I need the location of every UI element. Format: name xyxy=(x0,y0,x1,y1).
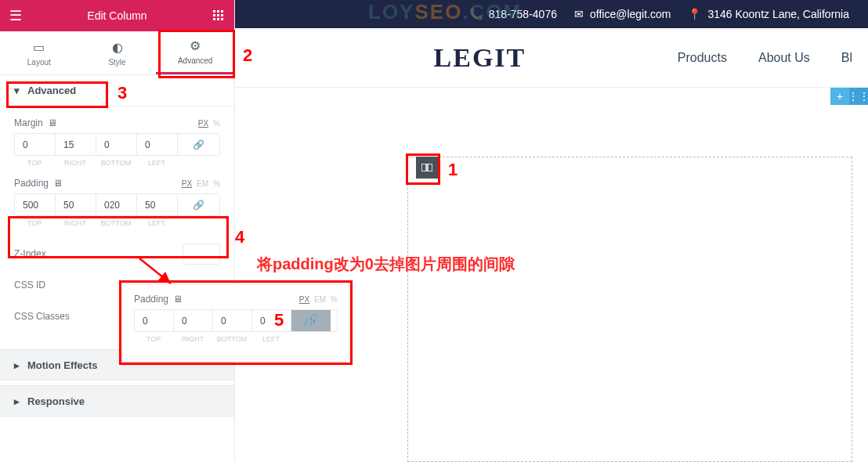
nav-blog[interactable]: Bl xyxy=(841,51,852,65)
tab-label: Style xyxy=(108,58,125,67)
style-icon: ◐ xyxy=(112,40,123,55)
tab-layout[interactable]: ▭ Layout xyxy=(0,31,78,74)
margin-inputs: 🔗 xyxy=(14,133,220,156)
unit-pct[interactable]: % xyxy=(213,119,220,128)
sidebar-title: Edit Column xyxy=(31,9,203,22)
unit-px[interactable]: PX xyxy=(198,119,208,128)
editor-sidebar: ☰ Edit Column ▭ Layout ◐ Style ⚙ Advance… xyxy=(0,0,235,462)
svg-rect-5 xyxy=(221,14,223,16)
tab-label: Advanced xyxy=(178,56,212,65)
site-nav: Products About Us Bl xyxy=(678,51,852,65)
add-section-icon[interactable]: + xyxy=(830,88,849,105)
email-item[interactable]: ✉office@legit.com xyxy=(574,8,671,20)
svg-rect-0 xyxy=(213,10,215,13)
popover-top[interactable] xyxy=(135,310,174,331)
annotation-2: 2 xyxy=(243,45,252,66)
svg-rect-2 xyxy=(221,10,223,13)
section-add-handle: + ⋮⋮ xyxy=(830,88,868,105)
desktop-icon[interactable]: 🖥 xyxy=(48,117,57,128)
tab-advanced[interactable]: ⚙ Advanced xyxy=(156,31,234,74)
annotation-4: 4 xyxy=(235,227,244,247)
svg-rect-10 xyxy=(428,164,432,171)
annotation-1: 1 xyxy=(448,160,458,180)
mail-icon: ✉ xyxy=(574,8,584,20)
svg-rect-3 xyxy=(213,14,215,16)
annotation-3: 3 xyxy=(118,83,127,103)
padding-row: Padding 🖥 PX EM % xyxy=(14,178,220,189)
cssid-label: CSS ID xyxy=(14,280,45,291)
svg-rect-4 xyxy=(217,14,219,16)
pin-icon: 📍 xyxy=(688,8,701,20)
preview-area: 📞818-758-4076 ✉office@legit.com 📍3146 Ko… xyxy=(235,0,868,462)
margin-label: Margin xyxy=(14,117,43,128)
section-grid-icon[interactable]: ⋮⋮ xyxy=(849,88,868,105)
desktop-icon[interactable]: 🖥 xyxy=(173,294,183,305)
padding-label: Padding xyxy=(14,178,49,189)
unit-px[interactable]: PX xyxy=(182,179,192,188)
address-item[interactable]: 📍3146 Koontz Lane, California xyxy=(688,8,849,20)
popover-left[interactable] xyxy=(252,310,291,331)
caret-right-icon: ▸ xyxy=(14,359,20,371)
section-responsive-toggle[interactable]: ▸ Responsive xyxy=(0,385,234,417)
svg-rect-9 xyxy=(421,164,426,171)
section-title: Advanced xyxy=(27,85,76,96)
popover-inputs: 🔗 xyxy=(134,309,338,332)
link-values-icon[interactable]: 🔗 xyxy=(178,134,219,155)
cssclasses-label: CSS Classes xyxy=(14,311,70,322)
layout-icon: ▭ xyxy=(33,40,45,55)
popover-bottom[interactable] xyxy=(213,310,252,331)
tab-label: Layout xyxy=(27,58,51,67)
margin-top[interactable] xyxy=(15,134,56,155)
unit-em[interactable]: EM xyxy=(197,179,208,188)
site-topbar: 📞818-758-4076 ✉office@legit.com 📍3146 Ko… xyxy=(235,0,868,28)
sidebar-header: ☰ Edit Column xyxy=(0,0,234,31)
zindex-row: Z-Index xyxy=(14,238,220,269)
nav-products[interactable]: Products xyxy=(678,51,727,65)
tab-style[interactable]: ◐ Style xyxy=(78,31,157,74)
annotation-hint: 将padding改为0去掉图片周围的间隙 xyxy=(257,254,515,275)
padding-left[interactable] xyxy=(137,194,178,215)
caret-down-icon: ▾ xyxy=(14,85,20,96)
popover-padding-label: Padding xyxy=(134,294,168,305)
watermark: LOYSEO.COM xyxy=(368,0,522,24)
unit-em[interactable]: EM xyxy=(314,295,326,304)
caret-right-icon: ▸ xyxy=(14,395,20,407)
zindex-input[interactable] xyxy=(183,244,220,265)
site-logo[interactable]: LEGIT xyxy=(282,43,678,73)
unit-pct[interactable]: % xyxy=(213,179,220,188)
padding-bottom[interactable] xyxy=(96,194,137,215)
unit-pct[interactable]: % xyxy=(331,295,338,304)
margin-right[interactable] xyxy=(56,134,96,155)
padding-popover: Padding 🖥 PX EM % 🔗 TOPRIGHTBOTTOMLEFT xyxy=(122,283,349,362)
link-values-icon[interactable]: 🔗 xyxy=(178,194,219,215)
site-navbar: LEGIT Products About Us Bl xyxy=(235,28,868,88)
section-title: Responsive xyxy=(27,395,85,407)
desktop-icon[interactable]: 🖥 xyxy=(53,178,63,189)
padding-right[interactable] xyxy=(56,194,96,215)
svg-rect-1 xyxy=(217,10,219,13)
unit-px[interactable]: PX xyxy=(299,295,309,304)
margin-left[interactable] xyxy=(137,134,178,155)
margin-sublabels: TOPRIGHTBOTTOMLEFT xyxy=(14,159,220,167)
sidebar-tabs: ▭ Layout ◐ Style ⚙ Advanced xyxy=(0,31,234,75)
apps-icon[interactable] xyxy=(203,10,234,21)
popover-right[interactable] xyxy=(174,310,213,331)
nav-about[interactable]: About Us xyxy=(758,51,810,65)
svg-rect-6 xyxy=(213,18,215,20)
margin-bottom[interactable] xyxy=(96,134,137,155)
svg-rect-7 xyxy=(217,18,219,20)
svg-rect-8 xyxy=(221,18,223,20)
padding-inputs: 🔗 xyxy=(14,193,220,216)
padding-top[interactable] xyxy=(15,194,56,215)
padding-sublabels: TOPRIGHTBOTTOMLEFT xyxy=(14,219,220,227)
column-handle[interactable] xyxy=(416,157,438,179)
menu-icon[interactable]: ☰ xyxy=(0,7,31,24)
section-title: Motion Effects xyxy=(27,359,98,371)
zindex-label: Z-Index xyxy=(14,248,46,259)
gear-icon: ⚙ xyxy=(190,38,201,53)
annotation-5: 5 xyxy=(274,310,284,330)
margin-row: Margin 🖥 PX % xyxy=(14,117,220,128)
link-values-icon[interactable]: 🔗 xyxy=(291,310,331,331)
canvas-column-outline[interactable] xyxy=(407,157,852,462)
